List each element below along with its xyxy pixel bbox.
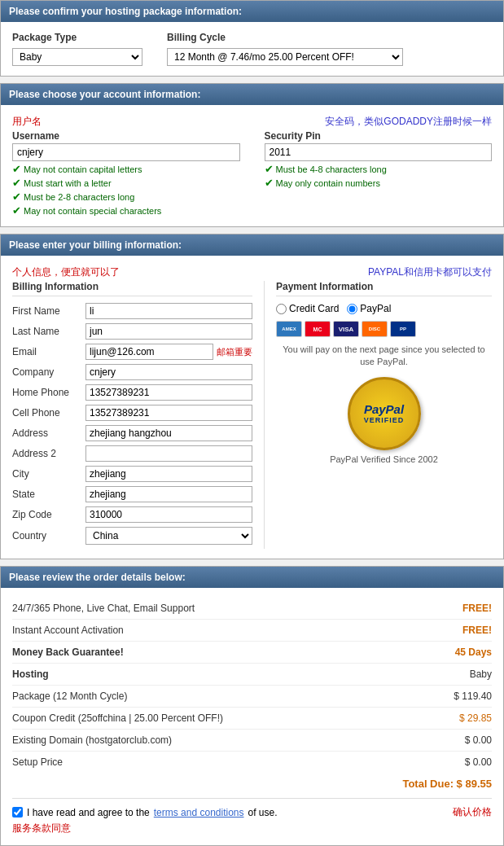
billing-annotation: 个人信息，便宜就可以了 bbox=[12, 265, 120, 279]
username-val-2: ✔ Must start with a letter bbox=[12, 177, 240, 189]
terms-text: I have read and agree to the bbox=[27, 807, 150, 818]
package-type-col: Package Type Baby bbox=[12, 32, 142, 66]
terms-checkbox[interactable] bbox=[12, 807, 23, 818]
username-val-1: ✔ May not contain capital letters bbox=[12, 163, 240, 175]
mastercard-icon: MC bbox=[305, 321, 331, 337]
billing-address2-label: Address 2 bbox=[12, 448, 85, 459]
check-icon-5: ✔ bbox=[265, 163, 274, 175]
order-review-header: Please review the order details below: bbox=[1, 567, 503, 588]
credit-card-label: Credit Card bbox=[289, 303, 339, 314]
billing-state-input[interactable] bbox=[85, 486, 252, 502]
billing-country-select[interactable]: China bbox=[85, 527, 252, 545]
terms-row: I have read and agree to the terms and c… bbox=[12, 798, 492, 819]
billing-cellphone-input-wrap bbox=[85, 405, 252, 421]
payment-annotation: PAYPAL和信用卡都可以支付 bbox=[368, 265, 492, 279]
paypal-radio[interactable] bbox=[347, 304, 357, 314]
terms-left: I have read and agree to the terms and c… bbox=[12, 807, 278, 818]
username-val-4: ✔ May not contain special characters bbox=[12, 204, 240, 217]
credit-card-option[interactable]: Credit Card bbox=[276, 303, 339, 314]
hosting-package-body: Package Type Baby Billing Cycle 12 Month… bbox=[1, 22, 503, 76]
billing-lastname-input-wrap bbox=[85, 323, 252, 340]
terms-link[interactable]: terms and conditions bbox=[154, 807, 244, 818]
paypal-since: PayPal Verified Since 2002 bbox=[330, 454, 438, 464]
billing-email-row: Email 邮箱重要 bbox=[12, 344, 252, 360]
coupon-label: Coupon Credit (25offchina | 25.00 Percen… bbox=[12, 712, 223, 724]
username-annotation: 用户名 bbox=[12, 115, 42, 129]
account-annotation-row: 用户名 安全码，类似GODADDY注册时候一样 bbox=[12, 115, 492, 130]
billing-info-header: Please enter your billing information: bbox=[1, 235, 503, 256]
order-coupon-row: Coupon Credit (25offchina | 25.00 Percen… bbox=[12, 708, 492, 730]
username-col: Username ✔ May not contain capital lette… bbox=[12, 130, 240, 217]
billing-address2-input[interactable] bbox=[85, 445, 252, 462]
hosting-package-section: Please confirm your hosting package info… bbox=[0, 0, 504, 77]
secpin-annotation: 安全码，类似GODADDY注册时候一样 bbox=[325, 115, 492, 129]
account-info-header: Please choose your account information: bbox=[1, 84, 503, 105]
billing-email-label: Email bbox=[12, 346, 85, 357]
hosting-label: Hosting bbox=[12, 668, 49, 680]
total-row: Total Due: $ 89.55 bbox=[12, 773, 492, 795]
package-type-select[interactable]: Baby bbox=[12, 48, 142, 66]
billing-email-input[interactable] bbox=[85, 344, 213, 360]
billing-address2-input-wrap bbox=[85, 445, 252, 462]
username-val-3: ✔ Must be 2-8 characters long bbox=[12, 191, 240, 203]
discover-icon: DISC bbox=[362, 321, 388, 337]
billing-cellphone-input[interactable] bbox=[85, 405, 252, 421]
billing-columns-row: Billing Information First Name Last Name… bbox=[12, 281, 492, 549]
total-label: Total Due: $ 89.55 bbox=[402, 778, 492, 790]
setup-value: $ 0.00 bbox=[465, 756, 492, 768]
account-info-body: 用户名 安全码，类似GODADDY注册时候一样 Username ✔ May n… bbox=[1, 105, 503, 226]
amex-icon: AMEX bbox=[276, 321, 302, 337]
check-icon-1: ✔ bbox=[12, 163, 21, 175]
credit-card-radio[interactable] bbox=[276, 304, 287, 314]
paypal-card-icon: PP bbox=[390, 321, 416, 337]
billing-cellphone-label: Cell Phone bbox=[12, 407, 85, 419]
billing-address-input[interactable] bbox=[85, 425, 252, 441]
paypal-option[interactable]: PayPal bbox=[347, 303, 391, 314]
billing-country-row: Country China bbox=[12, 527, 252, 545]
payment-options: Credit Card PayPal bbox=[276, 303, 492, 314]
secpin-val-1: ✔ Must be 4-8 characters long bbox=[265, 163, 493, 175]
check-icon-4: ✔ bbox=[12, 204, 21, 217]
package-type-label: Package Type bbox=[12, 32, 142, 43]
card-icons-row: AMEX MC VISA DISC PP bbox=[276, 321, 492, 337]
moneyback-label: Money Back Guarantee! bbox=[12, 647, 124, 658]
username-label: Username bbox=[12, 130, 240, 142]
username-input[interactable] bbox=[12, 143, 240, 161]
billing-address-row: Address bbox=[12, 425, 252, 441]
billing-lastname-input[interactable] bbox=[85, 323, 252, 340]
account-fields-row: Username ✔ May not contain capital lette… bbox=[12, 130, 492, 217]
billing-zipcode-input[interactable] bbox=[85, 506, 252, 523]
billing-city-input[interactable] bbox=[85, 466, 252, 482]
billing-country-label: Country bbox=[12, 530, 85, 541]
billing-firstname-input[interactable] bbox=[85, 303, 252, 319]
billing-address-label: Address bbox=[12, 427, 85, 439]
billing-zipcode-row: Zip Code bbox=[12, 506, 252, 523]
account-info-section: Please choose your account information: … bbox=[0, 83, 504, 227]
billing-homephone-label: Home Phone bbox=[12, 387, 85, 398]
terms-suffix: of use. bbox=[248, 807, 278, 818]
moneyback-value: 45 Days bbox=[455, 647, 492, 658]
billing-cycle-select[interactable]: 12 Month @ 7.46/mo 25.00 Percent OFF! bbox=[167, 48, 403, 66]
billing-address-input-wrap bbox=[85, 425, 252, 441]
secpin-input[interactable] bbox=[265, 143, 493, 161]
setup-label: Setup Price bbox=[12, 756, 63, 768]
package-label: Package (12 Month Cycle) bbox=[12, 690, 127, 702]
confirm-price-annotation: 确认价格 bbox=[453, 805, 492, 819]
billing-company-input[interactable] bbox=[85, 364, 252, 380]
billing-cycle-col: Billing Cycle 12 Month @ 7.46/mo 25.00 P… bbox=[167, 32, 403, 66]
billing-firstname-label: First Name bbox=[12, 305, 85, 317]
billing-city-row: City bbox=[12, 466, 252, 482]
billing-zipcode-label: Zip Code bbox=[12, 509, 85, 520]
billing-left-col: Billing Information First Name Last Name… bbox=[12, 281, 265, 549]
package-row: Package Type Baby Billing Cycle 12 Month… bbox=[12, 32, 492, 66]
billing-city-input-wrap bbox=[85, 466, 252, 482]
visa-icon: VISA bbox=[333, 321, 359, 337]
check-icon-6: ✔ bbox=[265, 177, 274, 189]
billing-homephone-input[interactable] bbox=[85, 384, 252, 401]
order-review-body: 24/7/365 Phone, Live Chat, Email Support… bbox=[1, 588, 503, 845]
order-activation-row: Instant Account Activation FREE! bbox=[12, 620, 492, 642]
domain-label: Existing Domain (hostgatorclub.com) bbox=[12, 734, 172, 746]
payment-subheader: Payment Information bbox=[276, 281, 492, 296]
billing-state-input-wrap bbox=[85, 486, 252, 502]
billing-cycle-label: Billing Cycle bbox=[167, 32, 403, 43]
